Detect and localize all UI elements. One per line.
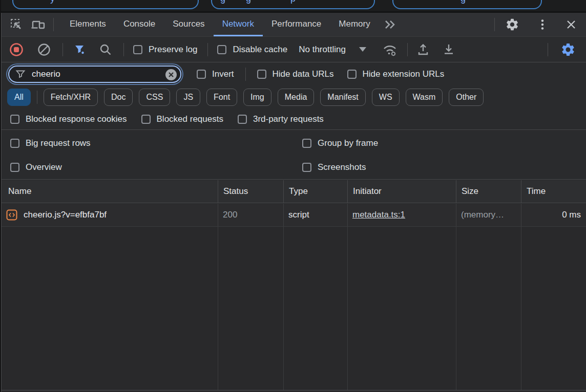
settings-button[interactable] [505,17,519,32]
overview-checkbox[interactable] [10,163,19,172]
column-header-initiator[interactable]: Initiator [347,180,456,203]
clear-filter-button[interactable] [165,69,177,80]
more-tabs-icon [382,18,397,31]
export-har-button[interactable] [442,42,456,57]
big-request-rows-checkbox[interactable] [10,139,19,148]
hide-extension-urls-checkbox-group[interactable]: Hide extension URLs [347,69,445,79]
tab-network[interactable]: Network [214,13,263,36]
inspect-element-button[interactable] [9,17,24,32]
chip-all[interactable]: All [7,89,31,106]
toolbar-right-controls [548,42,580,57]
blocked-requests-label: Blocked requests [157,114,223,124]
chip-ws[interactable]: WS [372,89,400,106]
disable-cache-checkbox[interactable] [217,45,226,54]
page-button-3[interactable] [392,0,542,9]
hide-extension-urls-checkbox[interactable] [347,70,357,79]
hide-extension-urls-label: Hide extension URLs [363,69,445,79]
blocked-requests-checkbox-group[interactable]: Blocked requests [141,114,223,124]
upload-icon [416,42,430,57]
device-toolbar-icon [31,17,46,32]
chip-font[interactable]: Font [206,89,237,106]
divider [548,43,548,56]
wifi-gear-icon [382,42,398,57]
column-divider[interactable] [283,204,284,390]
chip-img[interactable]: Img [243,89,271,106]
blocked-requests-checkbox[interactable] [141,115,151,124]
request-row-cheerio[interactable]: cheerio.js?v=efbfa7bf 200 script metadat… [0,204,586,227]
chip-css[interactable]: CSS [139,89,170,106]
overview-checkbox-group[interactable]: Overview [10,162,62,172]
page-button-1[interactable] [12,0,199,9]
chip-js[interactable]: JS [176,89,200,106]
page-content-strip: y g g p g [0,0,586,13]
divider [245,68,246,81]
preserve-log-checkbox[interactable] [133,45,142,54]
tab-sources[interactable]: Sources [164,13,213,36]
blocked-response-cookies-checkbox-group[interactable]: Blocked response cookies [10,114,127,124]
third-party-requests-checkbox[interactable] [238,115,247,124]
filter-funnel-icon [73,43,87,56]
column-divider[interactable] [347,204,348,390]
network-settings-button[interactable] [560,42,576,57]
throttling-dropdown[interactable]: No throttling [299,45,366,55]
chip-other[interactable]: Other [449,89,484,106]
tab-elements[interactable]: Elements [61,13,115,36]
clear-icon [37,42,51,57]
disable-cache-checkbox-group[interactable]: Disable cache [217,45,287,55]
chip-doc[interactable]: Doc [104,89,133,106]
column-header-size[interactable]: Size [456,180,521,203]
column-header-type[interactable]: Type [283,180,347,203]
chip-manifest[interactable]: Manifest [320,89,365,106]
record-icon [9,42,24,57]
hide-data-urls-checkbox[interactable] [257,70,266,79]
blocked-response-cookies-checkbox[interactable] [10,115,19,124]
more-options-button[interactable] [536,18,549,31]
invert-label: Invert [212,69,234,79]
group-by-frame-checkbox-group[interactable]: Group by frame [302,138,378,148]
import-har-button[interactable] [416,42,430,57]
group-by-frame-checkbox[interactable] [302,139,311,148]
filter-input[interactable] [31,69,163,80]
close-devtools-button[interactable] [564,18,578,31]
big-request-rows-label: Big request rows [26,138,91,148]
clear-network-log-button[interactable] [37,42,51,57]
chip-wasm[interactable]: Wasm [406,89,443,106]
network-conditions-button[interactable] [382,42,398,57]
column-header-time[interactable]: Time [521,180,586,203]
column-divider[interactable] [456,204,456,390]
hide-data-urls-checkbox-group[interactable]: Hide data URLs [257,69,334,79]
page-text-fragment: g [246,0,251,4]
record-network-log-button[interactable] [9,42,24,57]
tab-performance[interactable]: Performance [263,13,330,36]
divider [123,43,124,56]
column-divider[interactable] [218,204,218,390]
column-header-name[interactable]: Name [0,180,218,203]
screenshots-checkbox-group[interactable]: Screenshots [302,162,366,172]
overview-label: Overview [26,162,62,172]
filter-toggle-button[interactable] [73,43,87,56]
column-header-status[interactable]: Status [218,180,283,203]
search-button[interactable] [99,43,112,56]
filter-input-pill[interactable] [8,66,181,83]
device-toolbar-button[interactable] [31,17,46,32]
throttling-value: No throttling [299,45,346,55]
request-size-cell: (memory… [456,204,521,226]
disable-cache-label: Disable cache [233,45,287,55]
column-divider[interactable] [521,204,521,390]
divider [53,18,54,31]
tab-console[interactable]: Console [115,13,164,36]
more-tabs-button[interactable] [382,18,397,31]
screenshots-checkbox[interactable] [302,163,311,172]
big-request-rows-checkbox-group[interactable]: Big request rows [10,138,91,148]
tab-memory[interactable]: Memory [330,13,379,36]
chip-fetch-xhr[interactable]: Fetch/XHR [44,89,98,106]
invert-checkbox[interactable] [197,70,206,79]
chip-media[interactable]: Media [278,89,315,106]
bottom-border [0,390,586,390]
requests-table-header: Name Status Type Initiator Size Time [0,180,586,203]
page-text-fragment: g [220,0,225,4]
initiator-link[interactable]: metadata.ts:1 [352,210,405,220]
preserve-log-checkbox-group[interactable]: Preserve log [133,45,197,55]
third-party-requests-checkbox-group[interactable]: 3rd-party requests [238,114,324,124]
invert-checkbox-group[interactable]: Invert [197,69,234,79]
